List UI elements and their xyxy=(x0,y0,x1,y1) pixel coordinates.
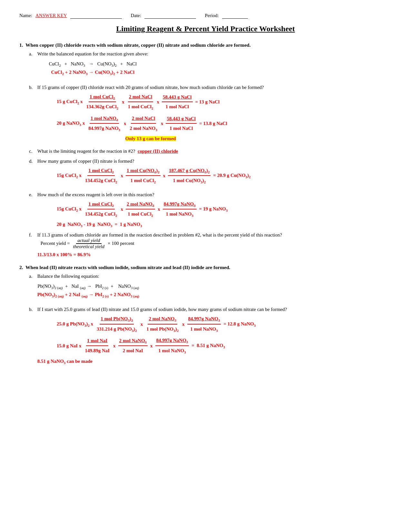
q2a-content: Balance the following equation: Pb(NO3)2… xyxy=(37,274,139,303)
q1b-answer-text: Only 13 g can be formed xyxy=(125,136,176,141)
q1b-content: If 15 grams of copper (II) chloride reac… xyxy=(37,85,264,144)
q2b-answer: 8.51 g NaNO3 can be made xyxy=(37,359,287,365)
q1b-x4: x xyxy=(161,119,163,128)
q1b-calc1: 15 g CuCl2 x 1 mol CuCl2 134.362g CuCl2 … xyxy=(57,92,264,112)
q1a-equation: CuCl2 + NaNO3 → Cu(NO3)2 + NaCl CuCl2 + … xyxy=(37,60,148,77)
q1b-x1: x xyxy=(122,97,124,107)
q1f-answer: 11.3/13.0 x 100% = 86.9% xyxy=(37,252,376,257)
q1e-frac3: 84.997g NaNO3 1 mol NaNO3 xyxy=(163,199,197,219)
q1b-frac3: 58.443 g NaCl 1 mol NaCl xyxy=(162,92,193,111)
q1d-frac3: 187.467 g Cu(NO3)2 1 mol Cu(NO3)2 xyxy=(168,166,210,186)
q1f-formula: Percent yield = actual yield theoretical… xyxy=(41,238,134,249)
q1-num: 1. xyxy=(19,42,23,48)
q2b-x1: x xyxy=(141,320,143,329)
q1d-calc: 15g CuCl2 x 1 mol CuCl2 134.452g CuCl2 x… xyxy=(57,166,251,186)
q1b-calc2: 20 g NaNO3 x 1 mol NaNO3 84.997g NaNO3 x… xyxy=(57,114,264,133)
q2b-frac6: 84.997g NaNO3 1 mol NaNO3 xyxy=(155,336,189,355)
name-field xyxy=(70,13,122,19)
q1d-letter: d. xyxy=(29,159,36,164)
q1b-result1: = 13 g NaCl xyxy=(195,97,220,107)
q1c-letter: c. xyxy=(29,149,36,154)
q1c: c. What is the limiting reagent for the … xyxy=(29,149,392,154)
q1e-content: How much of the excess reagent is left o… xyxy=(37,192,228,228)
q1b-start2: 20 g NaNO3 x xyxy=(57,119,85,128)
date-label: Date: xyxy=(131,13,141,18)
q2b-calc1: 25.0 g Pb(NO3)2 x 1 mol Pb(NO3)2 331.214… xyxy=(57,314,287,334)
q1c-content: What is the limiting reagent for the rea… xyxy=(37,149,178,154)
q2b-calc2: 15.0 g NaI x 1 mol NaI 149.89g NaI x 2 m… xyxy=(57,336,287,355)
q1d-frac2: 1 mol Cu(NO3)2 1 mol CuCl2 xyxy=(126,166,161,186)
q2b-start1: 25.0 g Pb(NO3)2 x xyxy=(57,319,93,329)
q1a: a. Write the balanced equation for the r… xyxy=(29,51,392,80)
q2b-content: If I start with 25.0 grams of lead (II) … xyxy=(37,307,287,365)
q2b-frac4: 1 mol NaI 149.89g NaI xyxy=(84,336,111,355)
q2-num: 2. xyxy=(19,265,23,270)
q1d-frac1: 1 mol CuCl2 134.452g CuCl2 xyxy=(84,166,118,186)
q1b-x2: x xyxy=(157,97,159,107)
q1b-letter: b. xyxy=(29,85,36,90)
q1b-x3: x xyxy=(124,119,126,128)
q1e-x2: x xyxy=(158,205,160,214)
q1f: f. If 11.3 grams of sodium chloride are … xyxy=(29,232,392,257)
q1d-x1: x xyxy=(121,171,123,180)
q1f-letter: f. xyxy=(29,232,36,238)
q1b-calc1-row1: 15 g CuCl2 x 1 mol CuCl2 134.362g CuCl2 … xyxy=(57,92,264,112)
q2b-start2: 15.0 g NaI x xyxy=(57,341,82,351)
q2b: b. If I start with 25.0 grams of lead (I… xyxy=(29,307,392,365)
q2b-frac1: 1 mol Pb(NO3)2 331.214 g Pb(NO3)2 xyxy=(96,314,138,334)
q1f-percent-frac: actual yield theoretical yield xyxy=(72,238,106,249)
q1b: b. If 15 grams of copper (II) chloride r… xyxy=(29,85,392,144)
q2a-letter: a. xyxy=(29,274,36,279)
question-2-text: 2. When lead (II) nitrate reacts with so… xyxy=(19,265,392,270)
q1b-result2: = 13.8 g NaCl xyxy=(199,119,227,128)
q1f-content: If 11.3 grams of sodium chloride are for… xyxy=(37,232,376,257)
q1d-content: How many grams of copper (II) nitrate is… xyxy=(37,159,251,188)
q1e-frac2: 2 mol NaNO3 1 mol CuCl2 xyxy=(126,199,155,219)
q1a-eq-balanced: CuCl2 + 2 NaNO3 → Cu(NO3)2 + 2 NaCl xyxy=(37,68,148,77)
q1e-calc-row: 15g CuCl2 x 1 mol CuCl2 134.452g CuCl2 x… xyxy=(57,199,228,219)
q1d-calc-row: 15g CuCl2 x 1 mol CuCl2 134.452g CuCl2 x… xyxy=(57,166,251,186)
q1e-frac1: 1 mol CuCl2 134.452g CuCl2 xyxy=(84,199,118,219)
answer-key: ANSWER KEY xyxy=(35,13,67,18)
header: Name: ANSWER KEY Date: Period: xyxy=(19,13,392,19)
q1b-answer: Only 13 g can be formed xyxy=(37,136,264,141)
question-1-text: 1. When copper (II) chloride reacts with… xyxy=(19,42,392,48)
q2b-calc1-row: 25.0 g Pb(NO3)2 x 1 mol Pb(NO3)2 331.214… xyxy=(57,314,287,334)
q2a-eq-unbalanced: Pb(NO3)2 (aq) + NaI (aq) → PbI2 (s) + Na… xyxy=(37,282,139,291)
q1b-calc2-row1: 20 g NaNO3 x 1 mol NaNO3 84.997g NaNO3 x… xyxy=(57,114,264,133)
q1d: d. How many grams of copper (II) nitrate… xyxy=(29,159,392,188)
q2a-eq-balanced: Pb(NO3)2 (aq) + 2 NaI (aq) → PbI2 (s) + … xyxy=(37,291,139,299)
q2b-result2: = 8.51 g NaNO3 xyxy=(191,341,225,351)
q2a: a. Balance the following equation: Pb(NO… xyxy=(29,274,392,303)
q1a-eq-unbalanced: CuCl2 + NaNO3 → Cu(NO3)2 + NaCl xyxy=(37,60,148,68)
q2b-x3: x xyxy=(113,341,116,351)
q2a-equation: Pb(NO3)2 (aq) + NaI (aq) → PbI2 (s) + Na… xyxy=(37,282,139,299)
q1a-letter: a. xyxy=(29,51,36,57)
q1d-result: = 20.9 g Cu(NO3)2 xyxy=(213,171,250,180)
q1e: e. How much of the excess reagent is lef… xyxy=(29,192,392,228)
question-1: 1. When copper (II) chloride reacts with… xyxy=(19,42,392,257)
q1b-frac6: 58.443 g NaCl 1 mol NaCl xyxy=(166,114,197,133)
date-field xyxy=(144,13,196,19)
q2b-calc2-row: 15.0 g NaI x 1 mol NaI 149.89g NaI x 2 m… xyxy=(57,336,287,355)
q1e-start: 15g CuCl2 x xyxy=(57,204,82,214)
q2b-result1: = 12.8 g NaNO3 xyxy=(223,319,256,329)
period-label: Period: xyxy=(205,13,219,18)
q1b-frac5: 2 mol NaCl 2 mol NaNO3 xyxy=(129,114,158,133)
q1d-x2: x xyxy=(163,171,166,180)
q2b-frac5: 2 mol NaNO3 2 mol NaI xyxy=(118,336,148,355)
q2b-x4: x xyxy=(150,341,153,351)
q1e-letter: e. xyxy=(29,192,36,198)
q1b-frac2: 2 mol NaCl 1 mol CuCl2 xyxy=(127,92,154,111)
q1e-result: = 19 g NaNO3 xyxy=(199,204,228,214)
q2b-letter: b. xyxy=(29,307,36,312)
q2b-x2: x xyxy=(182,320,185,329)
q1e-x1: x xyxy=(121,205,123,214)
q2b-frac2: 2 mol NaNO3 1 mol Pb(NO3)2 xyxy=(145,314,180,334)
q1c-answer: copper (II) chloride xyxy=(138,149,178,154)
period-field xyxy=(222,13,248,19)
q1b-frac4: 1 mol NaNO3 84.997g NaNO3 xyxy=(87,114,121,133)
q1e-answer: 20 g NaNO3 - 19 g NaNO3 = 1 g NaNO3 xyxy=(57,222,228,228)
name-label: Name: xyxy=(19,13,32,18)
q1d-start: 15g CuCl2 x xyxy=(57,171,82,180)
